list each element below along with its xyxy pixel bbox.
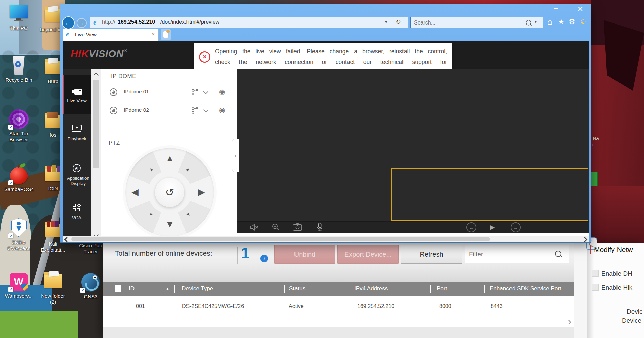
- tab-close-icon[interactable]: ×: [152, 31, 155, 38]
- panel-collapse-handle[interactable]: ‹: [232, 139, 239, 172]
- horizontal-scrollbar[interactable]: [63, 236, 589, 242]
- ptz-down-arrow[interactable]: ▼: [165, 219, 174, 230]
- minimize-button[interactable]: [529, 7, 538, 14]
- desktop-icon-label: Recycle Bin: [4, 77, 33, 83]
- next-channel-button[interactable]: →: [511, 222, 521, 232]
- stream-icon[interactable]: [191, 88, 199, 96]
- favorites-star-icon[interactable]: ★: [558, 18, 565, 26]
- vertical-scrollbar[interactable]: [91, 69, 101, 242]
- address-bar[interactable]: e http:// 169.254.52.210 /doc/index.html…: [90, 17, 408, 28]
- scroll-left-icon[interactable]: [64, 237, 70, 242]
- search-box: ▾: [410, 17, 543, 28]
- ptz-ne-arrow[interactable]: ▲: [185, 166, 192, 173]
- digital-zoom-icon[interactable]: [272, 223, 280, 231]
- video-area[interactable]: ← ▶ →: [237, 69, 589, 233]
- ptz-center-button[interactable]: ↺: [155, 178, 184, 207]
- device-field-label: Devic: [627, 308, 643, 316]
- desktop-icon-sambapos4[interactable]: ↗ SambaPOS4: [4, 165, 33, 192]
- url-host: 169.254.52.210: [118, 19, 155, 25]
- home-icon[interactable]: ⌂: [547, 17, 552, 27]
- folder-icon: [43, 272, 63, 291]
- ptz-sw-arrow[interactable]: ▲: [147, 212, 154, 219]
- apple-icon: ↗: [9, 165, 29, 185]
- scrollbar-thumb[interactable]: [93, 80, 99, 168]
- stream-icon[interactable]: [191, 107, 199, 114]
- filter-search-icon[interactable]: [555, 251, 561, 257]
- sort-asc-icon[interactable]: ▲: [166, 282, 169, 296]
- ptz-left-arrow[interactable]: ◀: [131, 187, 139, 197]
- header-device-type[interactable]: Device Type: [182, 282, 213, 296]
- sidebar-item-live-view[interactable]: Live View: [63, 75, 91, 114]
- feedback-smiley-icon[interactable]: ☺: [579, 17, 587, 26]
- shield-icon: ↗: [9, 218, 29, 238]
- filter-input[interactable]: [468, 246, 553, 263]
- record-icon[interactable]: ◉: [219, 106, 225, 114]
- sidebar-item-vca[interactable]: VCA: [63, 200, 91, 230]
- search-input[interactable]: [413, 17, 522, 28]
- row-checkbox[interactable]: [115, 303, 121, 309]
- search-icon[interactable]: [526, 20, 531, 25]
- export-device-button[interactable]: Export Device...: [337, 245, 399, 264]
- settings-gear-icon[interactable]: ⚙: [569, 17, 575, 26]
- desktop-icon-wampserver[interactable]: W ↗ Wampserv...: [4, 272, 33, 299]
- collapse-chevron-icon: ‹: [235, 152, 237, 159]
- desktop-icon-gns3[interactable]: ↗ GNS3: [76, 273, 105, 300]
- microphone-icon[interactable]: [317, 223, 323, 232]
- sidebar-item-playback[interactable]: Playback: [63, 121, 91, 155]
- unbind-button[interactable]: Unbind: [274, 245, 335, 264]
- ptz-nw-arrow[interactable]: ▲: [148, 166, 155, 173]
- search-caret-icon[interactable]: ▾: [535, 19, 537, 24]
- new-tab-button[interactable]: [161, 29, 171, 40]
- url-dropdown-caret[interactable]: ▾: [385, 19, 387, 25]
- chevron-down-icon[interactable]: [203, 107, 209, 113]
- ptz-right-arrow[interactable]: ▶: [198, 187, 205, 197]
- sidebar-item-application-display[interactable]: AI Application Display: [63, 160, 91, 197]
- mute-icon[interactable]: [250, 223, 259, 231]
- header-id[interactable]: ID: [129, 282, 135, 296]
- next-arrow-icon: →: [513, 225, 518, 230]
- play-button[interactable]: ▶: [490, 223, 495, 231]
- snapshot-camera-icon[interactable]: [293, 223, 302, 231]
- desktop-icon-this-pc[interactable]: This PC: [4, 4, 33, 31]
- close-button[interactable]: ×: [576, 4, 585, 14]
- ptz-wheel[interactable]: ▲ ▼ ◀ ▶ ▲ ▲ ▲ ▲ ↺: [125, 148, 214, 237]
- previous-channel-button[interactable]: ←: [466, 222, 476, 232]
- maximize-button[interactable]: [552, 7, 560, 14]
- header-sdk-port[interactable]: Enhanced SDK Service Port: [490, 282, 561, 296]
- device-row-1[interactable]: IPdome 01 ◉: [101, 88, 239, 98]
- ptz-se-arrow[interactable]: ▲: [185, 212, 192, 219]
- ptz-up-arrow[interactable]: ▲: [165, 153, 174, 164]
- scroll-up-icon[interactable]: [94, 73, 99, 78]
- enable-hik-connect-checkbox[interactable]: [592, 284, 599, 291]
- desktop-icon-new-folder[interactable]: New folder (2): [39, 272, 67, 305]
- select-all-checkbox[interactable]: [115, 285, 121, 292]
- expand-panel-chevron[interactable]: ›: [568, 315, 571, 328]
- record-icon[interactable]: ◉: [219, 88, 225, 96]
- chevron-down-icon[interactable]: [203, 89, 209, 94]
- prev-arrow-icon: ←: [469, 225, 474, 230]
- table-row[interactable]: 001 DS-2SE4C425MWG-E/26 Active 169.254.5…: [103, 296, 574, 317]
- enable-dhcp-label: Enable DH: [601, 270, 632, 277]
- refresh-icon[interactable]: ↻: [396, 18, 401, 26]
- url-path: /doc/index.html#/preview: [160, 19, 219, 25]
- browser-tab[interactable]: e Live View ×: [63, 29, 159, 41]
- enable-dhcp-checkbox[interactable]: [592, 270, 599, 277]
- scroll-right-icon[interactable]: [582, 237, 588, 242]
- dome-camera-icon: [109, 88, 118, 96]
- info-icon[interactable]: i: [260, 255, 268, 262]
- back-button[interactable]: ←: [62, 16, 75, 29]
- header-ipv4[interactable]: IPv4 Address: [354, 282, 388, 296]
- hikvision-sidebar: Live View Playback AI Application Displa…: [63, 69, 91, 242]
- forward-button[interactable]: →: [77, 18, 87, 28]
- refresh-button[interactable]: Refresh: [401, 245, 462, 264]
- wampserver-icon: W ↗: [9, 272, 29, 291]
- desktop-icon-label: This PC: [4, 25, 33, 31]
- desktop-icon-zkbio[interactable]: ↗ ZKBio CVAccess: [4, 218, 33, 252]
- device-row-2[interactable]: IPdome 02 ◉: [101, 106, 239, 116]
- header-status[interactable]: Status: [289, 282, 305, 296]
- hscrollbar-thumb[interactable]: [71, 237, 490, 241]
- header-port[interactable]: Port: [437, 282, 447, 296]
- desktop-icon-recycle-bin[interactable]: ♻ Recycle Bin: [4, 56, 33, 83]
- shortcut-arrow-icon: ↗: [8, 233, 13, 238]
- desktop-icon-start-tor[interactable]: ↗ Start Tor Browser: [4, 109, 33, 143]
